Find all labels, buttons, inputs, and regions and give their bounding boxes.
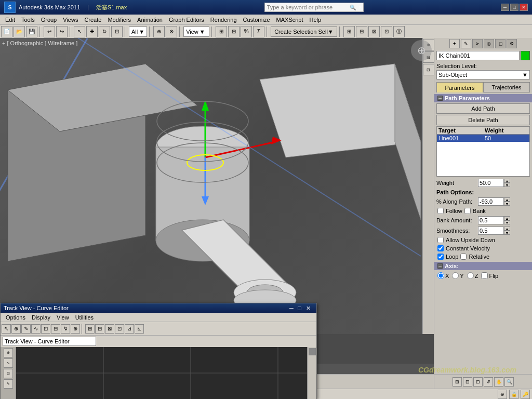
tb-btn2[interactable]: ⊟ — [228, 26, 240, 37]
flip-checkbox[interactable] — [481, 272, 488, 279]
vp-br6[interactable]: 🔍 — [504, 377, 514, 387]
ce-tb10[interactable]: ⊟ — [95, 324, 104, 334]
ce-tb2[interactable]: ⊕ — [11, 324, 21, 334]
vp-br4[interactable]: ↺ — [484, 377, 493, 387]
menu-customize[interactable]: Customize — [240, 16, 273, 23]
tab-modify[interactable]: ✎ — [461, 39, 471, 48]
minimize-button[interactable]: ─ — [501, 4, 509, 11]
follow-checkbox[interactable] — [437, 208, 444, 214]
ce-left-icon4[interactable]: ✎ — [4, 379, 13, 389]
view-dropdown[interactable]: View ▼ — [183, 26, 209, 37]
tab-display[interactable]: ◻ — [495, 39, 506, 48]
tb-btn4[interactable]: Σ — [253, 26, 264, 37]
ce-tb4[interactable]: ∿ — [31, 324, 41, 334]
loop-checkbox[interactable] — [437, 254, 444, 260]
tb-extra4[interactable]: ⊡ — [381, 26, 392, 37]
ce-scroll-thumb[interactable] — [309, 348, 316, 355]
axis-y-radio[interactable] — [452, 272, 459, 279]
allow-upside-down-checkbox[interactable] — [437, 237, 444, 243]
along-path-up[interactable]: ▲ — [504, 197, 510, 202]
tb-snap1[interactable]: ⊕ — [153, 26, 165, 37]
tab-utilities[interactable]: ⚙ — [507, 39, 517, 48]
weight-down[interactable]: ▼ — [504, 183, 510, 187]
object-name-input[interactable]: IK Chain001 — [436, 51, 520, 60]
relative-checkbox[interactable] — [460, 254, 467, 260]
menu-animation[interactable]: Animation — [134, 16, 166, 23]
status-btn2[interactable]: 🔒 — [509, 390, 518, 399]
tab-trajectories[interactable]: Trajectories — [483, 82, 530, 92]
vp-br1[interactable]: ⊞ — [453, 377, 462, 387]
tb-extra3[interactable]: ⊠ — [368, 26, 380, 37]
path-params-collapse[interactable]: ─ — [437, 96, 443, 101]
ce-tb14[interactable]: ⊾ — [135, 324, 144, 334]
tb-select[interactable]: ↖ — [74, 26, 85, 37]
status-btn3[interactable]: 🔑 — [521, 390, 530, 399]
bank-amount-input[interactable]: 0.5 — [478, 216, 504, 224]
menu-modifiers[interactable]: Modifiers — [104, 16, 134, 23]
ce-menu-view[interactable]: View — [54, 314, 72, 321]
tab-hierarchy[interactable]: ⊳ — [472, 39, 483, 48]
ce-menu-display[interactable]: Display — [29, 314, 54, 321]
search-input[interactable] — [265, 3, 348, 11]
vp-br2[interactable]: ⊟ — [463, 377, 472, 387]
menu-create[interactable]: Create — [81, 16, 104, 23]
smoothness-up[interactable]: ▲ — [504, 227, 510, 231]
tb-move[interactable]: ✚ — [86, 26, 98, 37]
ce-tb5[interactable]: ⊡ — [41, 324, 50, 334]
ce-tb7[interactable]: ↯ — [61, 324, 70, 334]
along-path-down[interactable]: ▼ — [504, 202, 510, 206]
tb-scale[interactable]: ⊡ — [111, 26, 123, 37]
bank-checkbox[interactable] — [464, 208, 471, 214]
ce-tb9[interactable]: ⊞ — [85, 324, 95, 334]
search-icon[interactable]: 🔍 — [348, 5, 357, 10]
curve-editor-name-input[interactable]: Track View - Curve Editor — [3, 337, 96, 346]
scene-3d[interactable] — [0, 38, 434, 334]
ce-menu-options[interactable]: Options — [3, 314, 29, 321]
axis-x-radio[interactable] — [437, 272, 444, 279]
tab-parameters[interactable]: Parameters — [436, 82, 483, 92]
sel-level-dropdown[interactable]: Sub-Object ▼ — [436, 70, 530, 79]
tb-save[interactable]: 💾 — [26, 26, 37, 37]
weight-up[interactable]: ▲ — [504, 179, 510, 183]
tb-undo[interactable]: ↩ — [44, 26, 55, 37]
create-selection-button[interactable]: Create Selection Sell ▼ — [271, 26, 337, 37]
menu-maxscript[interactable]: MAXScript — [273, 16, 307, 23]
tb-btn1[interactable]: ⊞ — [216, 26, 227, 37]
curve-editor-maximize[interactable]: □ — [298, 305, 305, 311]
ce-tb6[interactable]: ⊟ — [51, 324, 60, 334]
status-btn1[interactable]: ⊕ — [498, 390, 507, 399]
menu-graph-editors[interactable]: Graph Editors — [166, 16, 207, 23]
add-path-button[interactable]: Add Path — [436, 103, 530, 114]
tb-extra1[interactable]: ⊞ — [343, 26, 355, 37]
tb-snap2[interactable]: ⊗ — [166, 26, 177, 37]
tb-rotate[interactable]: ↻ — [99, 26, 110, 37]
all-dropdown[interactable]: All ▼ — [129, 26, 147, 37]
bank-amount-up[interactable]: ▲ — [504, 216, 510, 220]
axis-z-radio[interactable] — [467, 272, 474, 279]
curve-editor-main[interactable] — [16, 347, 307, 399]
delete-path-button[interactable]: Delete Path — [436, 115, 530, 125]
ce-tb11[interactable]: ⊠ — [105, 324, 114, 334]
menu-help[interactable]: Help — [307, 16, 325, 23]
table-row[interactable]: Line001 50 — [437, 135, 529, 142]
ce-tb12[interactable]: ⊡ — [115, 324, 124, 334]
smoothness-down[interactable]: ▼ — [504, 231, 510, 235]
menu-rendering[interactable]: Rendering — [207, 16, 240, 23]
object-color-box[interactable] — [521, 51, 530, 60]
menu-edit[interactable]: Edit — [2, 16, 18, 23]
menu-tools[interactable]: Tools — [18, 16, 38, 23]
ce-left-icon1[interactable]: ⊕ — [4, 348, 13, 357]
curve-editor-close[interactable]: ✕ — [306, 305, 313, 311]
tb-extra2[interactable]: ⊟ — [356, 26, 367, 37]
vp-br3[interactable]: ⊡ — [473, 377, 483, 387]
tab-create[interactable]: ✦ — [449, 39, 460, 48]
ce-tb13[interactable]: ⊿ — [125, 324, 134, 334]
ce-left-icon2[interactable]: ∿ — [4, 358, 13, 368]
maximize-button[interactable]: □ — [510, 4, 518, 11]
tab-motion[interactable]: ◎ — [484, 39, 494, 48]
ce-tb1[interactable]: ↖ — [2, 324, 11, 334]
smoothness-input[interactable]: 0.5 — [478, 227, 504, 235]
tb-redo[interactable]: ↪ — [56, 26, 68, 37]
menu-views[interactable]: Views — [60, 16, 81, 23]
weight-input[interactable]: 50.0 — [478, 179, 504, 187]
